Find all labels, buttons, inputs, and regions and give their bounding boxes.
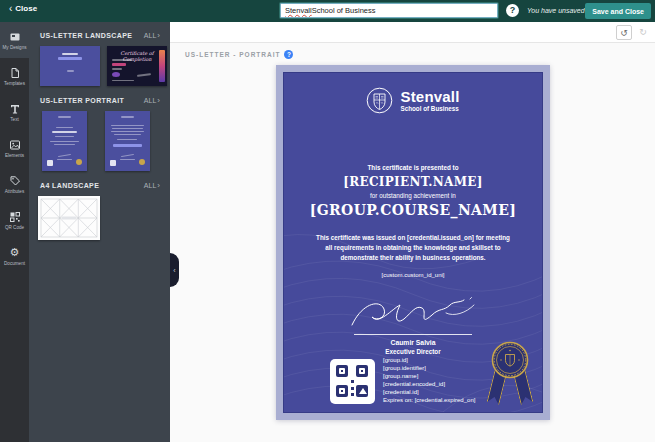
- close-label: Close: [15, 4, 37, 13]
- gold-seal-icon: [491, 341, 529, 379]
- canvas-toolbar: ↺ ↻: [170, 22, 655, 43]
- design-thumbnail[interactable]: [105, 111, 150, 171]
- title-rest: School of Business: [312, 6, 376, 15]
- certificate-canvas[interactable]: Stenvall School of Business This certifi…: [276, 65, 550, 420]
- section-header-us-letter-portrait: US-LETTER PORTRAIT ALL›: [29, 96, 170, 105]
- text-icon: [9, 103, 21, 115]
- brand-subtitle: School of Business: [400, 105, 459, 112]
- close-button[interactable]: ‹ Close: [9, 4, 37, 13]
- panel-collapse-handle[interactable]: ‹: [170, 253, 179, 287]
- thumbnail-row: [31, 111, 170, 171]
- info-icon[interactable]: ?: [284, 50, 293, 59]
- award-ribbon-seal[interactable]: [490, 341, 530, 407]
- design-thumbnail[interactable]: [38, 196, 100, 240]
- design-thumbnail[interactable]: [42, 111, 87, 171]
- meta-line: [group.name]: [383, 372, 475, 380]
- sidebar-item-label: QR Code: [5, 225, 24, 230]
- sidebar-item-elements[interactable]: Elements: [0, 130, 29, 166]
- qr-code-placeholder[interactable]: [330, 359, 375, 404]
- meta-line: Expires on: [credential.expired_on]: [383, 396, 475, 404]
- gear-icon: ⚙: [9, 247, 21, 259]
- section-all-link[interactable]: ALL›: [144, 181, 160, 190]
- save-and-close-button[interactable]: Save and Close: [585, 3, 651, 19]
- title-misspelled-word: Stenvall: [285, 6, 312, 15]
- brand-name: Stenvall: [400, 89, 459, 104]
- canvas-area: ↺ ↻ US-LETTER - PORTRAIT ?: [170, 22, 655, 442]
- signature-flourish[interactable]: [346, 291, 482, 335]
- certificate-body-text[interactable]: This certificate was issued on [credenti…: [314, 233, 512, 262]
- sidebar-item-text[interactable]: Text: [0, 94, 29, 130]
- section-title: US-LETTER PORTRAIT: [40, 97, 124, 104]
- sidebar-item-my-designs[interactable]: My Designs: [0, 22, 29, 58]
- section-all-link[interactable]: ALL›: [144, 31, 160, 40]
- section-all-link[interactable]: ALL›: [144, 96, 160, 105]
- meta-line: [group.id]: [383, 356, 475, 364]
- help-icon[interactable]: ?: [506, 4, 519, 17]
- sidebar-item-label: Attributes: [5, 189, 24, 194]
- sidebar-item-attributes[interactable]: Attributes: [0, 166, 29, 202]
- section-title: US-LETTER LANDSCAPE: [40, 32, 132, 39]
- designs-panel: US-LETTER LANDSCAPE ALL› Certificate of …: [29, 22, 170, 442]
- design-title-input[interactable]: Stenvall School of Business: [280, 3, 498, 18]
- thumbnail-row: [27, 196, 170, 240]
- topbar: ‹ Close Stenvall School of Business ? Yo…: [0, 0, 655, 22]
- section-header-a4-landscape: A4 LANDSCAPE ALL›: [29, 181, 170, 190]
- redo-button[interactable]: ↻: [635, 25, 651, 40]
- course-name-placeholder[interactable]: [GROUP.COURSE_NAME]: [284, 202, 542, 218]
- achievement-line[interactable]: for outstanding achievement in: [284, 192, 542, 199]
- sidebar: My Designs Templates Text Elements Attri…: [0, 22, 29, 442]
- meta-line: [credential.encoded_id]: [383, 380, 475, 388]
- chevron-left-icon: ‹: [9, 5, 12, 13]
- chevron-right-icon: ›: [157, 96, 160, 105]
- chevron-left-icon: ‹: [173, 267, 175, 274]
- design-editor: ‹ Close Stenvall School of Business ? Yo…: [0, 0, 655, 442]
- sidebar-item-label: Elements: [5, 153, 24, 158]
- signature-line: [354, 334, 472, 335]
- sidebar-item-label: Templates: [4, 81, 25, 86]
- sidebar-item-qr-code[interactable]: QR Code: [0, 202, 29, 238]
- elements-icon: [9, 139, 21, 151]
- page-size-label: US-LETTER - PORTRAIT ?: [185, 50, 293, 59]
- section-title: A4 LANDSCAPE: [40, 182, 99, 189]
- attributes-icon: [9, 175, 21, 187]
- recipient-name-placeholder[interactable]: [RECIPIENT.NAME]: [284, 175, 542, 189]
- design-thumbnail[interactable]: [40, 46, 100, 86]
- sidebar-item-label: My Designs: [3, 45, 27, 50]
- credential-meta-block[interactable]: [group.id] [group.identifier] [group.nam…: [383, 356, 475, 404]
- qrcode-icon: [9, 211, 21, 223]
- sidebar-item-label: Document: [4, 261, 25, 266]
- chevron-right-icon: ›: [157, 31, 160, 40]
- designs-icon: [9, 31, 21, 43]
- certificate-body: Stenvall School of Business This certifi…: [283, 72, 543, 413]
- templates-icon: [9, 67, 21, 79]
- sidebar-item-templates[interactable]: Templates: [0, 58, 29, 94]
- chevron-right-icon: ›: [157, 181, 160, 190]
- undo-button[interactable]: ↺: [616, 25, 632, 40]
- stenvall-crest-logo: [366, 87, 393, 114]
- meta-line: [group.identifier]: [383, 364, 475, 372]
- meta-line: [credential.id]: [383, 388, 475, 396]
- brand-block[interactable]: Stenvall School of Business: [284, 87, 542, 114]
- thumbnail-row: Certificate of Completion: [29, 46, 170, 86]
- design-thumbnail[interactable]: Certificate of Completion: [107, 46, 167, 86]
- custom-id-placeholder[interactable]: [custom.custom_id_uni]: [284, 272, 542, 278]
- presented-line[interactable]: This certificate is presented to: [284, 164, 542, 171]
- sidebar-item-document[interactable]: ⚙ Document: [0, 238, 29, 274]
- section-header-us-letter-landscape: US-LETTER LANDSCAPE ALL›: [29, 31, 170, 40]
- sidebar-item-label: Text: [10, 117, 18, 122]
